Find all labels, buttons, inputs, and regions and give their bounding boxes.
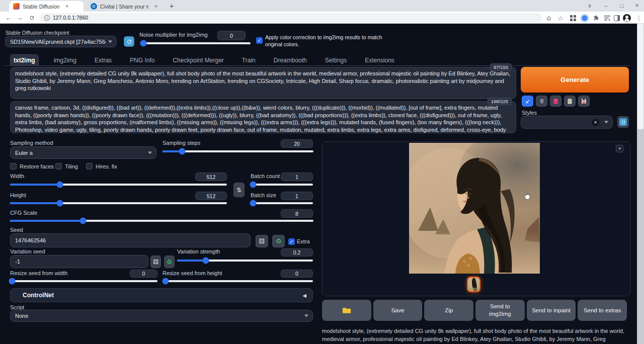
controlnet-accordion[interactable]: ControlNet ◀ <box>10 288 313 302</box>
variation-reuse-seed-button[interactable]: ♻ <box>164 255 175 268</box>
tiling-checkbox[interactable] <box>55 163 62 169</box>
reuse-seed-button[interactable]: ♻ <box>272 235 285 247</box>
variation-strength-input[interactable] <box>281 248 313 256</box>
reading-list-icon[interactable] <box>603 14 611 22</box>
tab-extras[interactable]: Extras <box>92 55 115 66</box>
height-slider[interactable] <box>10 202 227 204</box>
new-tab-button[interactable]: + <box>167 2 176 11</box>
color-correction-checkbox[interactable]: ✓ <box>256 37 263 44</box>
batch-size-slider[interactable] <box>251 202 313 204</box>
variation-random-seed-button[interactable]: ⚄ <box>150 255 161 268</box>
extension-grid-icon[interactable] <box>569 14 577 22</box>
send-to-inpaint-button[interactable]: Send to inpaint <box>527 300 576 321</box>
tab-close-icon[interactable]: × <box>154 4 157 9</box>
tab-dreambooth[interactable]: Dreambooth <box>271 55 310 66</box>
styles-clear-icon[interactable]: ✕ <box>592 119 599 126</box>
restore-faces-checkbox[interactable] <box>10 163 17 169</box>
swap-dimensions-button[interactable]: ⇅ <box>233 183 245 197</box>
styles-refresh-button[interactable] <box>617 116 629 128</box>
seed-input[interactable] <box>10 233 251 247</box>
zip-button[interactable]: Zip <box>424 300 473 321</box>
prompt-token-counter: 87/150 <box>490 63 512 71</box>
send-to-img2img-button[interactable]: Send to img2img <box>475 300 525 321</box>
save-button[interactable]: Save <box>373 300 423 321</box>
chevron-down-icon <box>108 40 112 43</box>
prompt-textarea[interactable]: modelshoot style, (extremely detailed CG… <box>11 67 516 99</box>
forward-icon[interactable]: → <box>15 13 24 22</box>
tab-txt2img[interactable]: txt2img <box>10 54 39 66</box>
reload-icon[interactable] <box>27 13 36 22</box>
extra-networks-button[interactable] <box>550 96 561 107</box>
window-minimize-button[interactable]: – <box>601 2 611 10</box>
paste-params-button[interactable]: ↙ <box>522 96 533 107</box>
tab-settings[interactable]: Settings <box>322 55 350 66</box>
tab-divider <box>5 65 630 66</box>
blue-extension-icon[interactable] <box>581 14 589 22</box>
puzzle-extensions-icon[interactable] <box>592 14 600 22</box>
width-label: Width <box>10 173 24 179</box>
variation-seed-input[interactable] <box>10 255 148 268</box>
save-style-button[interactable] <box>578 96 590 107</box>
cfg-scale-slider[interactable] <box>10 220 313 222</box>
resize-seed-height-input[interactable] <box>281 270 313 278</box>
resize-seed-width-slider[interactable] <box>10 280 157 282</box>
checkpoint-refresh-button[interactable] <box>124 36 134 47</box>
send-to-extras-button[interactable]: Send to extras <box>578 300 627 321</box>
open-folder-button[interactable] <box>322 300 371 321</box>
tab-checkpoint-merger[interactable]: Checkpoint Merger <box>170 55 226 66</box>
accordion-collapse-icon: ◀ <box>302 293 306 298</box>
styles-dropdown[interactable]: ✕ <box>521 116 613 129</box>
apply-style-button[interactable] <box>564 96 576 107</box>
tab-png-info[interactable]: PNG Info <box>127 55 157 66</box>
generate-button[interactable]: Generate <box>521 67 629 93</box>
negative-prompt-textarea[interactable]: canvas frame, cartoon, 3d, ((disfigured)… <box>11 102 516 133</box>
tab-close-icon[interactable]: × <box>65 4 68 9</box>
batch-size-input[interactable] <box>281 192 313 200</box>
profile-avatar[interactable] <box>623 14 631 22</box>
window-restore-button[interactable]: □ <box>617 2 627 10</box>
generated-image[interactable] <box>409 143 540 274</box>
noise-multiplier-input[interactable] <box>217 31 246 40</box>
sampling-method-dropdown[interactable]: Euler a <box>10 146 156 159</box>
close-gallery-button[interactable]: ✕ <box>616 145 623 152</box>
script-dropdown[interactable]: None <box>10 310 313 322</box>
window-chevron-icon[interactable]: ∨ <box>585 2 595 10</box>
browser-tab-stable-diffusion[interactable]: Stable Diffusion × <box>9 1 84 12</box>
bookmark-star-icon[interactable]: ☆ <box>556 14 565 22</box>
variation-strength-slider[interactable] <box>177 260 313 262</box>
site-info-icon[interactable]: i <box>44 15 50 21</box>
gallery-thumbnail[interactable] <box>467 277 480 292</box>
random-seed-button[interactable]: ⚄ <box>256 235 268 247</box>
back-icon[interactable]: ← <box>4 13 13 22</box>
share-icon[interactable] <box>545 14 553 22</box>
height-input[interactable] <box>195 192 227 200</box>
resize-seed-width-input[interactable] <box>130 270 157 278</box>
resize-seed-height-slider[interactable] <box>163 280 313 282</box>
cfg-scale-input[interactable] <box>281 209 313 218</box>
width-input[interactable] <box>195 173 227 181</box>
page-scrollbar-thumb[interactable] <box>637 24 643 129</box>
noise-multiplier-slider[interactable] <box>141 42 251 44</box>
folder-icon <box>342 307 351 314</box>
checkpoint-dropdown[interactable]: SD15NewVAEpruned.ckpt [27a4ac756c] <box>5 36 117 47</box>
cfg-scale-label: CFG Scale <box>10 210 37 216</box>
sampling-steps-input[interactable] <box>281 139 313 148</box>
recycle-icon: ♻ <box>276 237 282 245</box>
sampling-steps-slider[interactable] <box>163 150 313 152</box>
tab-train[interactable]: Train <box>239 55 259 66</box>
address-bar[interactable]: i 127.0.0.1:7860 <box>39 13 542 22</box>
tab-extensions[interactable]: Extensions <box>362 55 397 66</box>
width-slider[interactable] <box>10 184 227 186</box>
mouse-cursor <box>523 191 531 200</box>
side-panel-icon[interactable] <box>613 14 621 22</box>
browser-tab-civitai[interactable]: C Civitai | Share your models × <box>87 1 163 12</box>
browser-menu-icon[interactable]: ⋮ <box>635 14 643 22</box>
clear-prompt-button[interactable] <box>536 96 547 107</box>
extra-seed-checkbox[interactable]: ✓ <box>288 238 295 245</box>
batch-count-input[interactable] <box>281 173 313 181</box>
sampling-method-label: Sampling method <box>10 140 53 146</box>
hires-fix-checkbox[interactable] <box>86 163 93 169</box>
tab-img2img[interactable]: img2img <box>51 55 79 66</box>
window-close-button[interactable]: × <box>632 2 642 10</box>
batch-count-slider[interactable] <box>251 184 313 186</box>
